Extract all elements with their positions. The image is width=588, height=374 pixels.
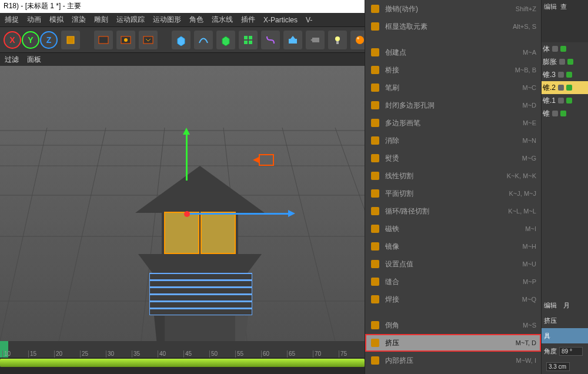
- ctx-inner-extrude[interactable]: 内部挤压M~W, I: [365, 352, 541, 369]
- selected-polygon-right[interactable]: [201, 212, 236, 254]
- inner-extrude-icon: [370, 355, 380, 366]
- axis-y-toggle[interactable]: Y: [22, 31, 39, 49]
- ctx-bevel[interactable]: 倒角M~S: [365, 316, 541, 334]
- attr-tab-user[interactable]: 月: [563, 301, 570, 310]
- ctx-shortcut: M~G: [522, 155, 536, 162]
- svg-rect-36: [371, 172, 379, 180]
- menu-xparticles[interactable]: X-Particles: [263, 16, 298, 24]
- ctx-iron[interactable]: 熨烫M~G: [365, 149, 541, 167]
- svg-rect-5: [244, 36, 248, 39]
- ruler-tick: 40: [158, 350, 166, 358]
- menu-plugins[interactable]: 插件: [241, 15, 255, 25]
- svg-rect-30: [371, 66, 379, 74]
- filter-menu[interactable]: 过滤: [5, 55, 19, 65]
- hierarchy-item[interactable]: 锥.3: [542, 68, 588, 81]
- move-gizmo-y[interactable]: [186, 133, 188, 181]
- ctx-frame[interactable]: 框显选取元素Alt+S, S: [365, 18, 541, 35]
- objects-tab-view[interactable]: 查: [560, 3, 567, 10]
- cube-primitive-button[interactable]: [172, 31, 191, 49]
- svg-line-26: [335, 128, 365, 341]
- timeline[interactable]: 1015202530354045505560657075: [0, 341, 365, 374]
- menu-mograph[interactable]: 运动图形: [153, 15, 181, 25]
- ctx-closehole[interactable]: 封闭多边形孔洞M~D: [365, 96, 541, 114]
- bridge-icon: [370, 65, 380, 75]
- objects-tab-edit[interactable]: 编辑: [544, 3, 557, 10]
- ctx-shortcut: Alt+S, S: [513, 23, 536, 30]
- render-settings-button[interactable]: [139, 31, 158, 49]
- ctx-shortcut: M~T, D: [516, 339, 536, 346]
- lighthouse-model[interactable]: [106, 136, 282, 341]
- ctx-matrix-extrude[interactable]: 矩阵挤压: [365, 369, 541, 374]
- viewport[interactable]: [0, 66, 365, 341]
- axis-x-toggle[interactable]: X: [4, 31, 21, 49]
- ctx-planecut[interactable]: 平面切割K~J, M~J: [365, 185, 541, 202]
- timeline-range-slider[interactable]: [0, 359, 365, 367]
- camera-viewport-icon[interactable]: [259, 154, 274, 166]
- spline-button[interactable]: [194, 31, 213, 49]
- ctx-setpoint[interactable]: 设置点值M~U: [365, 255, 541, 273]
- bevel-icon: [370, 320, 380, 330]
- menu-capture[interactable]: 捕捉: [5, 15, 19, 25]
- menu-sculpt[interactable]: 雕刻: [94, 15, 108, 25]
- svg-point-14: [357, 37, 359, 39]
- polypen-icon: [370, 118, 380, 128]
- ctx-point[interactable]: 创建点M~A: [365, 44, 541, 61]
- right-panel: 编辑 查 体膨胀锥.3锥.2锥.1锥 编辑 月 挤压 具 角度: [541, 0, 588, 374]
- deformer-button[interactable]: [261, 31, 280, 49]
- panel-menu[interactable]: 面板: [27, 55, 41, 65]
- brush-icon: [370, 82, 380, 93]
- ctx-magnet[interactable]: 磁铁M~I: [365, 220, 541, 238]
- ruler-tick: 70: [313, 350, 321, 358]
- ctx-weld[interactable]: 焊接M~Q: [365, 290, 541, 308]
- ctx-stitch[interactable]: 缝合M~P: [365, 273, 541, 290]
- attr-tab-edit[interactable]: 编辑: [544, 301, 557, 310]
- render-region-button[interactable]: [116, 31, 135, 49]
- menu-simulate[interactable]: 模拟: [49, 15, 64, 25]
- menu-render[interactable]: 渲染: [72, 15, 86, 25]
- menu-character[interactable]: 角色: [189, 15, 203, 25]
- ctx-brush[interactable]: 笔刷M~C: [365, 79, 541, 96]
- ctx-dissolve[interactable]: 消除M~N: [365, 132, 541, 149]
- ctx-label: 镜像: [385, 242, 517, 252]
- hierarchy-item[interactable]: 锥.2: [542, 81, 588, 94]
- ctx-mirror[interactable]: 镜像M~H: [365, 238, 541, 255]
- nurbs-button[interactable]: [216, 31, 235, 49]
- attr-offset-input[interactable]: [546, 362, 570, 371]
- ctx-shortcut: M~H: [522, 243, 536, 250]
- menu-motion-track[interactable]: 运动跟踪: [116, 15, 145, 25]
- coord-system-button[interactable]: [61, 31, 80, 49]
- menu-animation[interactable]: 动画: [27, 15, 41, 25]
- timeline-ruler[interactable]: 1015202530354045505560657075: [0, 341, 365, 358]
- hierarchy-item[interactable]: 锥.1: [542, 94, 588, 107]
- hierarchy-item[interactable]: 锥: [542, 107, 588, 120]
- ctx-knife[interactable]: 线性切割K~K, M~K: [365, 167, 541, 185]
- svg-rect-12: [336, 41, 339, 44]
- render-view-button[interactable]: [94, 31, 113, 49]
- menu-vray[interactable]: V-: [306, 16, 312, 24]
- ctx-undo[interactable]: 撤销(动作)Shift+Z: [365, 0, 541, 18]
- attr-tool-tab[interactable]: 具: [542, 328, 588, 343]
- selected-polygon-left[interactable]: [164, 212, 199, 254]
- menu-pipeline[interactable]: 流水线: [212, 15, 233, 25]
- ctx-loopcut[interactable]: 循环/路径切割K~L, M~L: [365, 202, 541, 220]
- hierarchy-item[interactable]: 体: [542, 42, 588, 55]
- hierarchy-item[interactable]: 膨胀: [542, 55, 588, 68]
- planecut-icon: [370, 188, 380, 199]
- environment-button[interactable]: [283, 31, 302, 49]
- magnet-icon: [370, 223, 380, 234]
- ruler-tick: 60: [261, 350, 269, 358]
- svg-rect-7: [244, 41, 248, 44]
- ctx-shortcut: K~L, M~L: [508, 208, 536, 215]
- ctx-bridge[interactable]: 桥接M~B, B: [365, 61, 541, 79]
- attr-angle-input[interactable]: [559, 347, 583, 356]
- camera-button[interactable]: [306, 31, 325, 49]
- ctx-polypen[interactable]: 多边形画笔M~E: [365, 114, 541, 132]
- ctx-extrude[interactable]: 挤压M~T, D: [365, 334, 541, 352]
- svg-rect-35: [371, 154, 379, 162]
- axis-z-toggle[interactable]: Z: [40, 31, 58, 49]
- move-gizmo-x[interactable]: [189, 213, 289, 215]
- iron-icon: [370, 153, 380, 163]
- array-button[interactable]: [239, 31, 258, 49]
- timeline-range-thumb[interactable]: [0, 359, 365, 367]
- light-button[interactable]: [328, 31, 347, 49]
